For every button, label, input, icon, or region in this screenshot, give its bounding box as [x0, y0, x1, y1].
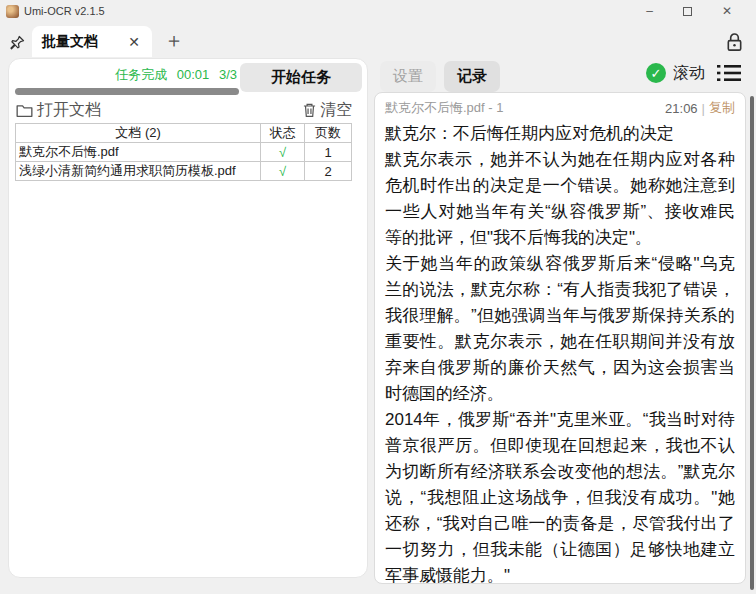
lock-tabbar-button[interactable]: [725, 32, 744, 53]
task-status-text: 任务完成 00:01 3/3: [9, 66, 237, 84]
task-elapsed-time: 00:01: [177, 67, 210, 82]
record-doc-title: 默克尔不后悔.pdf - 1: [385, 99, 665, 117]
column-header-status[interactable]: 状态: [261, 124, 305, 143]
copy-button[interactable]: 复制: [709, 99, 735, 117]
ocr-text-content[interactable]: 默克尔：不后悔任期内应对危机的决定 默克尔表示，她并不认为她在任期内应对各种危机…: [375, 119, 745, 584]
start-task-button[interactable]: 开始任务: [240, 63, 362, 92]
separator: |: [702, 101, 705, 116]
maximize-icon[interactable]: [683, 7, 692, 16]
lock-icon: [725, 32, 744, 53]
document-name-cell[interactable]: 浅绿小清新简约通用求职简历模板.pdf: [16, 162, 261, 181]
window-title: Umi-OCR v2.1.5: [24, 5, 105, 17]
title-bar: Umi-OCR v2.1.5 – ✕: [0, 0, 756, 22]
ocr-paragraph: 默克尔表示，她并不认为她在任期内应对各种危机时作出的决定是一个错误。她称她注意到…: [385, 147, 735, 251]
ocr-paragraph: 默克尔：不后悔任期内应对危机的决定: [385, 121, 735, 147]
task-status-label: 任务完成: [115, 67, 167, 82]
tab-settings[interactable]: 设置: [380, 61, 436, 92]
scroll-toggle-label[interactable]: 滚动: [673, 63, 705, 84]
record-header: 默克尔不后悔.pdf - 1 21:06 | 复制: [375, 93, 745, 119]
document-pages-cell: 1: [305, 143, 352, 162]
folder-open-icon: [16, 103, 33, 118]
vertical-scrollbar-thumb[interactable]: [750, 96, 754, 590]
batch-task-panel: 任务完成 00:01 3/3 开始任务 打开文档 清空 文档 (2) 状态 页: [8, 58, 368, 578]
table-header-row: 文档 (2) 状态 页数: [16, 124, 352, 143]
pushpin-icon: [9, 34, 26, 51]
list-menu-icon[interactable]: [716, 62, 742, 84]
right-panel-tabs: 设置 记录: [380, 61, 500, 92]
task-progress-count: 3/3: [219, 67, 237, 82]
close-icon[interactable]: ✕: [722, 5, 732, 17]
ocr-result-panel[interactable]: 默克尔不后悔.pdf - 1 21:06 | 复制 默克尔：不后悔任期内应对危机…: [374, 92, 746, 584]
tab-close-icon[interactable]: ✕: [126, 34, 142, 50]
column-header-pages[interactable]: 页数: [305, 124, 352, 143]
trash-icon: [302, 102, 317, 118]
ocr-paragraph: 2014年，俄罗斯“吞并"克里米亚。“我当时对待普京很严厉。但即使现在回想起来，…: [385, 407, 735, 584]
clear-label: 清空: [320, 100, 352, 121]
document-pages-cell: 2: [305, 162, 352, 181]
tab-label: 批量文档: [42, 33, 126, 51]
tab-batch-documents[interactable]: 批量文档 ✕: [32, 26, 152, 57]
ocr-paragraph: 关于她当年的政策纵容俄罗斯后来“侵略"乌克兰的说法，默克尔称：“有人指责我犯了错…: [385, 251, 735, 407]
scroll-checkbox[interactable]: ✓: [646, 63, 666, 83]
clear-list-button[interactable]: 清空: [302, 100, 352, 121]
document-status-cell: √: [261, 143, 305, 162]
tab-bar: 批量文档 ✕ ＋: [0, 22, 756, 57]
record-timestamp: 21:06: [665, 101, 698, 116]
minimize-icon[interactable]: –: [646, 5, 653, 17]
app-window: Umi-OCR v2.1.5 – ✕ 批量文档 ✕ ＋ 任务完成 00:01: [0, 0, 756, 594]
table-row[interactable]: 浅绿小清新简约通用求职简历模板.pdf √ 2: [16, 162, 352, 181]
pin-tab-button[interactable]: [4, 27, 30, 57]
task-progress-bar: [15, 88, 239, 95]
table-row[interactable]: 默克尔不后悔.pdf √ 1: [16, 143, 352, 162]
tab-records[interactable]: 记录: [444, 61, 500, 92]
new-tab-button[interactable]: ＋: [164, 27, 184, 54]
document-status-cell: √: [261, 162, 305, 181]
document-name-cell[interactable]: 默克尔不后悔.pdf: [16, 143, 261, 162]
document-table: 文档 (2) 状态 页数 默克尔不后悔.pdf √ 1 浅绿小清新简约通用求职简…: [15, 123, 352, 181]
column-header-document[interactable]: 文档 (2): [16, 124, 261, 143]
app-logo-icon: [6, 5, 19, 18]
open-documents-button[interactable]: 打开文档: [37, 100, 101, 121]
